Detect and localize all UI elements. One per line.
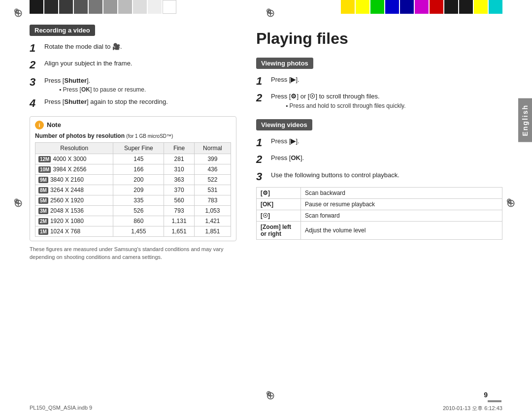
ctrl-desc: Adjust the volume level [301, 222, 502, 240]
step-text-3: Press [Shutter]. [44, 77, 90, 84]
n-cell: 399 [194, 154, 231, 164]
n-cell: 436 [194, 164, 231, 174]
vv-step-num-1: 1 [256, 136, 268, 149]
col-normal: Normal [194, 142, 231, 154]
table-row: 12M4000 X 3000 145 281 399 [35, 154, 231, 164]
table-row: 5M2560 X 1920 335 560 783 [35, 195, 231, 205]
table-row: 1M1024 X 768 1,455 1,651 1,851 [35, 226, 231, 236]
vv-step-num-3: 3 [256, 170, 268, 183]
step-1-recording: 1 Rotate the mode dial to 🎥. [30, 42, 236, 55]
view-photo-step-2: 2 Press [⚙] or [☉] to scroll through fil… [256, 92, 502, 109]
color-bar-right [340, 0, 502, 14]
res-cell: 12M4000 X 3000 [35, 154, 113, 164]
english-tab: English [518, 98, 532, 142]
crosshair-mid-left: ⊕ [14, 197, 26, 209]
n-cell: 1,851 [194, 226, 231, 236]
black-swatches [30, 0, 177, 14]
note-box: i Note Number of photos by resolution (f… [30, 116, 236, 241]
ctrl-desc: Scan backward [301, 188, 502, 199]
footer-left: PL150_QSM_ASIA.indb 9 [30, 405, 92, 412]
table-row: 2M1920 X 1080 860 1,131 1,421 [35, 216, 231, 226]
step-num-3: 3 [30, 76, 41, 89]
n-cell: 522 [194, 174, 231, 185]
ctrl-btn: [☉] [257, 210, 301, 222]
control-row: [☉] Scan forward [257, 210, 502, 222]
view-video-step-1: 1 Press [▶]. [256, 136, 502, 149]
res-cell: 9M3840 X 2160 [35, 174, 113, 185]
step-num-2: 2 [30, 59, 41, 71]
ctrl-btn: [Zoom] left or right [257, 222, 301, 240]
vp-step-text-1: Press [▶]. [271, 75, 502, 85]
view-video-step-2: 2 Press [OK]. [256, 153, 502, 166]
viewing-videos-header: Viewing videos [256, 119, 312, 130]
n-cell: 783 [194, 195, 231, 205]
table-row: 8M3264 X 2448 209 370 531 [35, 185, 231, 195]
f-cell: 793 [164, 205, 195, 216]
viewing-photos-section: Viewing photos 1 Press [▶]. 2 Press [⚙] … [256, 58, 502, 109]
main-content: Recording a video 1 Rotate the mode dial… [30, 25, 502, 401]
sf-cell: 526 [113, 205, 164, 216]
res-cell: 10M3984 X 2656 [35, 164, 113, 174]
control-row: [⚙] Scan backward [257, 188, 502, 199]
table-row: 9M3840 X 2160 200 363 522 [35, 174, 231, 185]
resolution-table: Resolution Super Fine Fine Normal 12M400… [35, 142, 231, 237]
res-cell: 5M2560 X 1920 [35, 195, 113, 205]
vp-step-text-2: Press [⚙] or [☉] to scroll through files… [271, 93, 380, 100]
step-num-1: 1 [30, 42, 41, 55]
step-text-4: Press [Shutter] again to stop the record… [44, 97, 236, 107]
note-title: i Note [35, 121, 231, 129]
f-cell: 560 [164, 195, 195, 205]
vp-step-num-1: 1 [256, 75, 268, 88]
page-title: Playing files [256, 30, 502, 48]
f-cell: 281 [164, 154, 195, 164]
sf-cell: 860 [113, 216, 164, 226]
control-row: [Zoom] left or right Adjust the volume l… [257, 222, 502, 240]
sf-cell: 209 [113, 185, 164, 195]
step-3-sub: Press [OK] to pause or resume. [59, 86, 236, 93]
sf-cell: 200 [113, 174, 164, 185]
viewing-photos-header: Viewing photos [256, 58, 313, 69]
step-num-4: 4 [30, 97, 41, 110]
vp-step-2-sub: Press and hold to scroll through files q… [286, 102, 502, 109]
sf-cell: 166 [113, 164, 164, 174]
recording-header: Recording a video [30, 25, 95, 36]
note-icon: i [35, 121, 44, 129]
col-resolution: Resolution [35, 142, 113, 154]
step-2-recording: 2 Align your subject in the frame. [30, 59, 236, 71]
step-text-1: Rotate the mode dial to 🎥. [44, 42, 236, 52]
sf-cell: 335 [113, 195, 164, 205]
footer-right: 2010-01-13 오후 6:12:43 [443, 405, 502, 412]
step-3-recording: 3 Press [Shutter]. Press [OK] to pause o… [30, 76, 236, 94]
vv-step-text-3: Use the following buttons to control pla… [271, 170, 502, 180]
f-cell: 1,131 [164, 216, 195, 226]
step-text-2: Align your subject in the frame. [44, 59, 236, 68]
n-cell: 1,421 [194, 216, 231, 226]
step-4-recording: 4 Press [Shutter] again to stop the reco… [30, 97, 236, 110]
vv-step-text-2: Press [OK]. [271, 153, 502, 163]
vv-step-text-1: Press [▶]. [271, 136, 502, 146]
ctrl-btn: [OK] [257, 199, 301, 210]
res-cell: 1M1024 X 768 [35, 226, 113, 236]
sf-cell: 1,455 [113, 226, 164, 236]
vp-step-num-2: 2 [256, 92, 268, 104]
controls-table: [⚙] Scan backward [OK] Pause or resume p… [256, 187, 502, 240]
footnote: These figures are measured under Samsung… [30, 245, 236, 261]
ctrl-btn: [⚙] [257, 188, 301, 199]
view-photo-step-1: 1 Press [▶]. [256, 75, 502, 88]
table-row: 10M3984 X 2656 166 310 436 [35, 164, 231, 174]
page-number: 9 [484, 391, 488, 399]
control-row: [OK] Pause or resume playback [257, 199, 502, 210]
crosshair-mid-right: ⊕ [506, 197, 518, 209]
table-row: 3M2048 X 1536 526 793 1,053 [35, 205, 231, 216]
ctrl-desc: Pause or resume playback [301, 199, 502, 210]
crosshair-top-center: ⊕ [266, 7, 278, 19]
res-cell: 8M3264 X 2448 [35, 185, 113, 195]
res-cell: 3M2048 X 1536 [35, 205, 113, 216]
res-cell: 2M1920 X 1080 [35, 216, 113, 226]
col-fine: Fine [164, 142, 195, 154]
ctrl-desc: Scan forward [301, 210, 502, 222]
res-table-title: Number of photos by resolution (for 1 GB… [35, 132, 231, 139]
crosshair-top-left: ⊕ [14, 7, 26, 19]
view-video-step-3: 3 Use the following buttons to control p… [256, 170, 502, 183]
f-cell: 310 [164, 164, 195, 174]
